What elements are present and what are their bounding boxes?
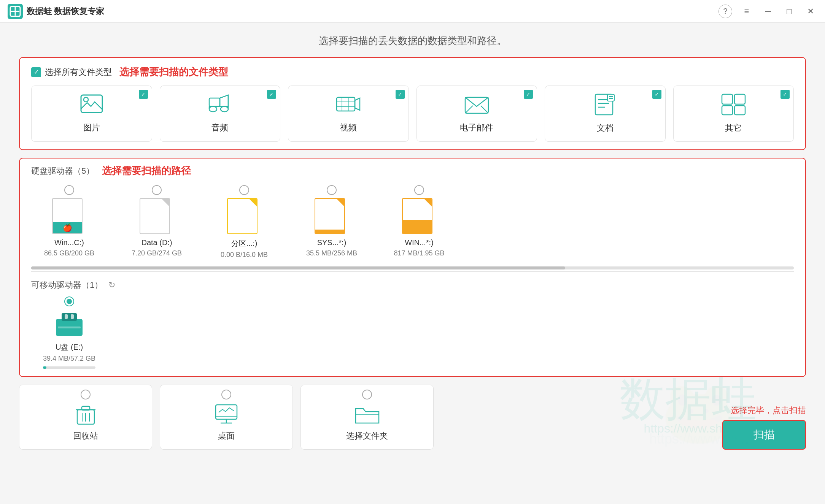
svg-rect-36 — [58, 326, 81, 328]
drive-card-d: Data (D:) 7.20 GB/274 GB — [132, 198, 182, 257]
window-controls: ? ≡ ─ □ ✕ — [718, 5, 817, 18]
help-button[interactable]: ? — [718, 5, 732, 18]
svg-rect-31 — [734, 106, 745, 115]
svg-point-8 — [209, 106, 217, 112]
svg-line-19 — [465, 106, 473, 113]
svg-rect-12 — [337, 97, 355, 111]
desktop-icon — [215, 404, 238, 426]
svg-rect-30 — [722, 106, 733, 115]
image-icon — [80, 94, 103, 118]
filetype-section-title: 选择需要扫描的文件类型 — [119, 65, 228, 79]
svg-rect-33 — [62, 313, 77, 321]
minimize-button[interactable]: ─ — [761, 5, 775, 18]
drive-radio-usb[interactable] — [64, 296, 74, 306]
drive-size-d: 7.20 GB/274 GB — [132, 249, 182, 257]
svg-point-4 — [84, 97, 88, 102]
folder-icon — [355, 404, 380, 426]
filetype-checkbox-audio[interactable]: ✓ — [267, 90, 276, 99]
folder-radio[interactable] — [362, 390, 372, 399]
drive-name-usb: U盘 (E:) — [56, 342, 83, 352]
drive-radio-d[interactable] — [152, 185, 162, 195]
drive-card-usb: U盘 (E:) 39.4 MB/57.2 GB — [43, 309, 95, 369]
filetype-grid: ✓ 图片 ✓ — [31, 86, 794, 142]
refresh-icon[interactable]: ↻ — [108, 280, 115, 290]
drive-item-win[interactable]: WIN...*:) 817 MB/1.95 GB — [381, 185, 457, 259]
svg-marker-13 — [355, 98, 360, 110]
drive-radio-c[interactable] — [64, 185, 74, 195]
drive-radio-win[interactable] — [414, 185, 424, 195]
path-section-title: 选择需要扫描的路径 — [102, 164, 191, 178]
recycle-bin-card[interactable]: 回收站 — [19, 385, 152, 450]
drive-card-sys: SYS...*:) 35.5 MB/256 MB — [306, 198, 357, 257]
filetype-label-email: 电子邮件 — [460, 122, 493, 133]
drive-item-sys[interactable]: SYS...*:) 35.5 MB/256 MB — [294, 185, 370, 259]
page-subtitle: 选择要扫描的丢失数据的数据类型和路径。 — [19, 34, 806, 48]
filetype-label-audio: 音频 — [211, 122, 228, 133]
filetype-card-image[interactable]: ✓ 图片 — [31, 86, 152, 142]
usb-progress-bar — [43, 366, 95, 369]
check-all-row[interactable]: ✓ 选择所有文件类型 — [31, 67, 112, 78]
logo-icon — [8, 4, 23, 19]
drive-radio-partition[interactable] — [239, 185, 249, 195]
filetype-checkbox-video[interactable]: ✓ — [396, 90, 405, 99]
bottom-row: 回收站 桌面 — [19, 385, 806, 450]
hdd-drives-container: 🍎 Win...C:) 86.5 GB/200 GB — [20, 181, 805, 266]
folder-card[interactable]: 选择文件夹 — [300, 385, 434, 450]
drive-item-partition[interactable]: 分区...:) 0.00 B/16.0 MB — [206, 185, 282, 259]
recycle-radio[interactable] — [81, 390, 91, 399]
filetype-card-email[interactable]: ✓ 电子邮件 — [416, 86, 537, 142]
svg-rect-29 — [734, 94, 745, 104]
drive-item-usb[interactable]: U盘 (E:) 39.4 MB/57.2 GB — [31, 296, 107, 369]
drive-card-c: 🍎 Win...C:) 86.5 GB/200 GB — [44, 198, 94, 257]
filetype-section: ✓ 选择所有文件类型 选择需要扫描的文件类型 ✓ 图片 ✓ — [19, 57, 806, 150]
section-divider — [31, 271, 794, 272]
drive-name-c: Win...C:) — [54, 238, 84, 247]
scan-hint: 选择完毕，点击扫描 — [731, 405, 806, 416]
path-section: 硬盘驱动器（5） 选择需要扫描的路径 🍎 Win...C:) — [19, 158, 806, 377]
svg-rect-5 — [209, 98, 220, 106]
removable-drives-container: U盘 (E:) 39.4 MB/57.2 GB — [20, 293, 805, 376]
drive-size-win: 817 MB/1.95 GB — [394, 249, 444, 257]
svg-line-20 — [481, 106, 488, 113]
filetype-checkbox-doc[interactable]: ✓ — [652, 90, 661, 99]
main-content: 选择要扫描的丢失数据的数据类型和路径。 ✓ 选择所有文件类型 选择需要扫描的文件… — [0, 23, 825, 461]
filetype-label-image: 图片 — [83, 122, 100, 133]
drive-size-c: 86.5 GB/200 GB — [44, 249, 94, 257]
drive-size-sys: 35.5 MB/256 MB — [306, 249, 357, 257]
filetype-card-video[interactable]: ✓ 视频 — [288, 86, 409, 142]
check-all-checkbox[interactable]: ✓ — [31, 67, 41, 77]
drive-size-partition: 0.00 B/16.0 MB — [221, 251, 268, 259]
drive-name-win: WIN...*:) — [405, 238, 434, 247]
svg-rect-25 — [607, 94, 614, 101]
filetype-checkbox-email[interactable]: ✓ — [524, 90, 533, 99]
drive-item-d[interactable]: Data (D:) 7.20 GB/274 GB — [119, 185, 195, 259]
recycle-icon — [75, 404, 96, 426]
svg-point-9 — [221, 106, 228, 112]
filetype-checkbox-other[interactable]: ✓ — [780, 90, 790, 99]
filetype-label-doc: 文档 — [597, 122, 614, 134]
filetype-card-doc[interactable]: ✓ 文档 — [545, 86, 666, 142]
desktop-card[interactable]: 桌面 — [160, 385, 293, 450]
menu-button[interactable]: ≡ — [740, 5, 753, 18]
app-logo: 数据蛙 数据恢复专家 — [8, 4, 104, 19]
drive-size-usb: 39.4 MB/57.2 GB — [43, 355, 95, 363]
svg-rect-34 — [65, 314, 68, 319]
drive-radio-sys[interactable] — [327, 185, 337, 195]
filetype-card-other[interactable]: ✓ 其它 — [673, 86, 794, 142]
removable-label: 可移动驱动器（1） — [31, 279, 103, 291]
hdd-header: 硬盘驱动器（5） 选择需要扫描的路径 — [20, 158, 805, 181]
check-all-label: 选择所有文件类型 — [45, 67, 112, 78]
filetype-label-video: 视频 — [340, 122, 357, 133]
doc-icon — [595, 94, 615, 119]
desktop-radio[interactable] — [221, 390, 231, 399]
drive-item-c[interactable]: 🍎 Win...C:) 86.5 GB/200 GB — [31, 185, 107, 259]
folder-label: 选择文件夹 — [346, 430, 388, 442]
svg-marker-6 — [220, 95, 228, 106]
maximize-button[interactable]: □ — [782, 5, 796, 18]
close-button[interactable]: ✕ — [804, 5, 817, 18]
scan-button[interactable]: 扫描 — [722, 420, 806, 450]
filetype-card-audio[interactable]: ✓ 音频 — [160, 86, 281, 142]
desktop-label: 桌面 — [218, 430, 235, 442]
email-icon — [464, 94, 489, 118]
filetype-checkbox-image[interactable]: ✓ — [139, 90, 148, 99]
